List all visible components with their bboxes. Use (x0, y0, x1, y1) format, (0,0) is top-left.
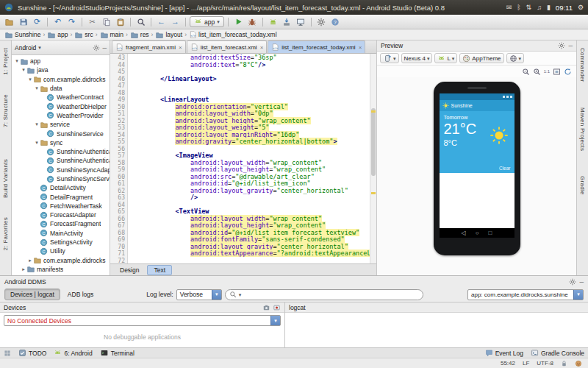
project-tree-item[interactable]: CWeatherContract (12, 93, 110, 102)
paste-icon[interactable] (114, 16, 126, 28)
scrollbar-thumb[interactable] (371, 108, 376, 176)
tool-window-button-todo[interactable]: TODO (18, 349, 46, 357)
sync-icon[interactable]: ⟳ (31, 16, 43, 28)
breadcrumb-item[interactable]: Sunshine (4, 31, 40, 39)
project-tree-item[interactable]: CDetailFragment (12, 192, 110, 201)
project-tree-item[interactable]: CSunshineAuthenticatorService (12, 156, 110, 165)
project-tree-item[interactable]: CWeatherProvider (12, 111, 110, 120)
preview-settings-icon[interactable] (558, 42, 565, 49)
run-configuration-select[interactable]: app▾ (190, 16, 224, 27)
settings-icon[interactable] (315, 16, 328, 28)
back-icon[interactable]: ← (155, 16, 168, 28)
expand-arrow-icon[interactable]: ▾ (34, 121, 40, 127)
code-pane[interactable]: android:textSize="36sp" android:text="8°… (128, 54, 370, 263)
tool-window-button-maven-projects[interactable]: Maven Projects (579, 107, 586, 151)
save-all-icon[interactable] (17, 16, 29, 28)
logcat-search[interactable]: ▾ (225, 289, 423, 300)
tool-window-button-2-favorites[interactable]: 2: Favorites (2, 217, 9, 250)
ddms-settings-icon[interactable] (569, 278, 576, 286)
tool-window-button-commander[interactable]: Commander (579, 48, 586, 82)
api-selector[interactable]: L ▾ (434, 53, 457, 63)
project-tree-item[interactable]: CSunshineSyncAdapter (12, 166, 110, 174)
hide-panel-icon[interactable]: – (102, 44, 107, 52)
code-editor[interactable]: 4344454647484950515253545556575859606162… (110, 54, 376, 263)
project-tree-item[interactable]: CDetailActivity (12, 183, 110, 192)
code-line[interactable]: </LinearLayout> (130, 76, 370, 83)
breadcrumb-item[interactable]: app (47, 31, 68, 39)
project-tree-item[interactable]: ▾service (12, 120, 110, 129)
expand-arrow-icon[interactable]: ▾ (34, 85, 40, 91)
hide-ddms-icon[interactable]: – (579, 278, 584, 286)
editor-tab[interactable]: </>list_item_forecast.xml× (187, 40, 268, 53)
refresh-icon[interactable] (564, 68, 572, 76)
project-tree-item[interactable]: ▾app (12, 57, 110, 66)
project-tree-item[interactable]: ▸manifests (12, 265, 110, 274)
project-tree-item[interactable]: ▾java (12, 66, 110, 74)
log-level-select[interactable]: Verbose ▾ (176, 289, 222, 300)
ddms-tab-devices-logcat[interactable]: Devices | logcat (4, 289, 60, 300)
code-line[interactable]: /> (130, 194, 370, 202)
close-tab-icon[interactable]: × (260, 44, 264, 51)
undo-icon[interactable]: ↶ (51, 16, 64, 28)
editor-mode-tab-design[interactable]: Design (113, 265, 146, 275)
warning-stripe-mark[interactable] (371, 192, 376, 194)
project-tree-item[interactable]: CSunshineSyncService (12, 174, 110, 183)
project-tree-item[interactable]: ▸com.example.didrocks (12, 256, 110, 265)
project-tree-item[interactable]: CSunshineService (12, 129, 110, 138)
indicator-battery-icon[interactable]: ▮ (547, 4, 551, 11)
project-tree-item[interactable]: CForecastAdapter (12, 210, 110, 219)
breadcrumb-item[interactable]: src (74, 31, 93, 39)
redo-icon[interactable]: ↷ (65, 16, 78, 28)
editor-tab[interactable]: </>fragment_main.xml× (112, 40, 186, 53)
project-tree-item[interactable]: CMainActivity (12, 229, 110, 238)
theme-selector[interactable]: AppTheme (459, 53, 503, 63)
tool-window-button-gradle-console[interactable]: Gradle Console (531, 349, 584, 357)
project-tree-item[interactable]: ▾sync (12, 138, 110, 147)
expand-arrow-icon[interactable]: ▾ (14, 58, 20, 64)
forward-icon[interactable]: → (169, 16, 182, 28)
project-tree-item[interactable]: CFetchWeatherTask (12, 202, 110, 210)
indicator-network-icon[interactable]: ⇅ (526, 4, 532, 11)
tool-window-button-event-log[interactable]: Event Log (485, 349, 523, 357)
indicator-sound-icon[interactable]: ♫ (537, 4, 542, 11)
avd-manager-icon[interactable] (267, 16, 279, 28)
breadcrumb-item[interactable]: main (100, 31, 123, 39)
locale-selector[interactable]: ▾ (506, 53, 525, 63)
hide-preview-icon[interactable]: – (568, 42, 573, 49)
file-encoding-indicator[interactable]: UTF-8 (537, 360, 553, 367)
warning-stripe-mark[interactable] (371, 110, 376, 113)
code-line[interactable]: android:gravity="center_horizontal|botto… (130, 138, 370, 146)
tool-window-button-build-variants[interactable]: Build Variants (2, 159, 9, 198)
indicator-messages-icon[interactable]: ✉ (506, 4, 512, 11)
expand-arrow-icon[interactable]: ▾ (21, 67, 26, 73)
find-icon[interactable] (135, 16, 147, 28)
cut-icon[interactable]: ✂ (86, 16, 98, 28)
project-settings-icon[interactable] (93, 44, 100, 52)
code-line[interactable]: android:textAppearance="?android:textApp… (130, 250, 370, 258)
inspection-profile-icon[interactable] (575, 360, 582, 367)
zoom-actual-icon[interactable]: 1:1 (544, 69, 550, 74)
ddms-tab-adb-logs[interactable]: ADB logs (62, 289, 99, 300)
tool-window-button-terminal[interactable]: Terminal (100, 349, 135, 357)
code-line[interactable] (130, 258, 370, 264)
expand-arrow-icon[interactable]: ▸ (27, 258, 33, 263)
code-line[interactable] (130, 82, 370, 90)
help-icon[interactable]: ? (329, 16, 342, 28)
editor-scrollbar[interactable] (370, 54, 376, 263)
caret-position[interactable]: 55:42 (501, 360, 515, 367)
debug-icon[interactable] (246, 16, 259, 28)
app-filter-select[interactable]: app: com.example.didrocks.sunshine ▾ (467, 289, 584, 300)
screenshot-icon[interactable] (262, 304, 270, 311)
expand-arrow-icon[interactable]: ▸ (21, 266, 26, 272)
logcat-search-input[interactable] (243, 291, 418, 298)
nav-recents-icon[interactable]: □ (489, 230, 492, 236)
indicator-session-icon[interactable]: ⚙ (578, 4, 584, 11)
breadcrumb-item[interactable]: res (130, 31, 149, 39)
android-monitor-icon[interactable] (295, 16, 307, 28)
indicator-bluetooth-icon[interactable]: ᛒ (517, 4, 520, 11)
toolwindow-switcher-icon[interactable] (4, 350, 11, 357)
line-separator-indicator[interactable]: LF (523, 360, 529, 367)
clock[interactable]: 09:11 (556, 4, 573, 12)
nav-back-icon[interactable]: ◁ (462, 230, 466, 236)
zoom-fit-icon[interactable] (553, 68, 561, 76)
